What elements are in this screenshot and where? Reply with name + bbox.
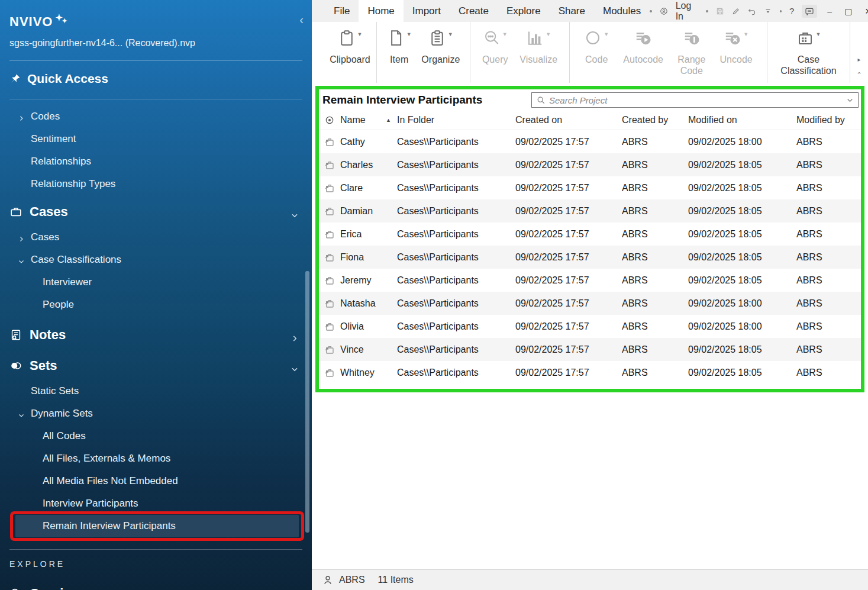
case-item-icon: [324, 160, 335, 170]
edit-icon[interactable]: [732, 7, 740, 16]
status-item-count: 11 Items: [378, 575, 414, 585]
ribbon-group: ▼ Clipboard: [324, 22, 377, 83]
tab-share[interactable]: Share: [550, 0, 594, 22]
sidebar-item-label: Sentiment: [31, 133, 76, 145]
account-icon[interactable]: [660, 7, 668, 16]
query-button[interactable]: ▼ Query: [482, 22, 508, 65]
sidebar-item-queries[interactable]: Queries: [0, 582, 312, 590]
cell-name: Clare: [340, 183, 397, 194]
table-row[interactable]: Charles Cases\\Participants 09/02/2025 1…: [319, 153, 861, 176]
sidebar-item-label: Dynamic Sets: [31, 408, 93, 420]
sidebar-item-all-media-files-not-embedded[interactable]: All Media Files Not Embedded: [0, 470, 312, 492]
column-header-modified-on[interactable]: Modified on: [688, 115, 796, 125]
cell-in-folder: Cases\\Participants: [397, 298, 515, 309]
tab-import[interactable]: Import: [404, 0, 450, 22]
sidebar-section-label: Sets: [30, 358, 57, 373]
table-row[interactable]: Damian Cases\\Participants 09/02/2025 17…: [319, 199, 861, 223]
tab-file[interactable]: File: [325, 0, 359, 22]
code-button[interactable]: ▼ Code: [584, 22, 609, 65]
sidebar-item-remain-interview-participants[interactable]: Remain Interview Participants: [15, 515, 299, 537]
sidebar-item-relationship-types[interactable]: Relationship Types: [0, 173, 312, 195]
sidebar-item-dynamic-sets[interactable]: Dynamic Sets: [0, 402, 312, 425]
ribbon-button-label: Uncode: [720, 54, 753, 65]
table-row[interactable]: Cathy Cases\\Participants 09/02/2025 17:…: [319, 130, 861, 153]
column-header-name[interactable]: Name▲: [340, 115, 397, 125]
organize-button[interactable]: ▼ Organize: [421, 22, 460, 65]
column-header-modified-by[interactable]: Modified by: [796, 115, 861, 125]
table-row[interactable]: Natasha Cases\\Participants 09/02/2025 1…: [319, 292, 861, 315]
minimize-button[interactable]: –: [825, 7, 834, 16]
table-row[interactable]: Vince Cases\\Participants 09/02/2025 17:…: [319, 338, 861, 361]
separator-dot: [780, 10, 782, 12]
sidebar-item-label: Interview Participants: [43, 498, 138, 510]
tab-create[interactable]: Create: [450, 0, 498, 22]
table-row[interactable]: Clare Cases\\Participants 09/02/2025 17:…: [319, 176, 861, 199]
chevron-down-icon: [18, 412, 25, 419]
undo-icon[interactable]: [748, 7, 756, 16]
sidebar-item-label: Relationships: [31, 156, 91, 167]
tab-modules[interactable]: Modules: [594, 0, 650, 22]
cell-created-by: ABRS: [622, 160, 688, 170]
search-input[interactable]: [546, 95, 846, 105]
table-row[interactable]: Whitney Cases\\Participants 09/02/2025 1…: [319, 361, 861, 384]
add-column-header[interactable]: [319, 115, 340, 125]
autocode-button[interactable]: Autocode: [623, 22, 663, 65]
titlebar-icons: Log In ? – ▢ ✕: [650, 0, 868, 22]
sidebar-scrollbar[interactable]: [305, 271, 309, 533]
panel-header: Remain Interview Participants: [319, 89, 861, 111]
column-header-created-by[interactable]: Created by: [622, 115, 688, 125]
feedback-button[interactable]: [802, 5, 817, 18]
column-header-in-folder[interactable]: In Folder: [397, 115, 515, 125]
sidebar-item-interview-participants[interactable]: Interview Participants: [0, 492, 312, 515]
help-icon[interactable]: ?: [789, 6, 794, 16]
sidebar-item-static-sets[interactable]: Static Sets: [0, 380, 312, 402]
table-row[interactable]: Erica Cases\\Participants 09/02/2025 17:…: [319, 223, 861, 246]
cell-created-by: ABRS: [622, 137, 688, 147]
sidebar-collapse-icon[interactable]: ‹: [299, 14, 304, 25]
quick-access-toolbar-caret-icon[interactable]: [764, 7, 772, 16]
tab-explore[interactable]: Explore: [498, 0, 550, 22]
sidebar-item-notes[interactable]: Notes: [0, 321, 312, 349]
login-button[interactable]: Log In: [676, 1, 699, 22]
cell-modified-by: ABRS: [796, 252, 861, 263]
sidebar-item-case-classifications[interactable]: Case Classifications: [0, 249, 312, 271]
table-row[interactable]: Olivia Cases\\Participants 09/02/2025 17…: [319, 315, 861, 338]
case-item-icon: [324, 275, 335, 286]
sidebar-item-people[interactable]: People: [0, 294, 312, 316]
cell-modified-on: 09/02/2025 18:00: [688, 298, 796, 309]
cell-created-by: ABRS: [622, 183, 688, 194]
sidebar-item-sets[interactable]: Sets: [0, 352, 312, 380]
item-button[interactable]: ▼ Item: [387, 22, 412, 65]
table-row[interactable]: Jeremy Cases\\Participants 09/02/2025 17…: [319, 269, 861, 292]
range-code-button[interactable]: Range Code: [677, 22, 705, 76]
list-view-panel: Remain Interview Participants Name▲In Fo…: [315, 86, 864, 392]
sidebar-item-codes[interactable]: Codes: [0, 105, 312, 128]
ribbon-collapse-icon[interactable]: ⌃: [856, 71, 861, 79]
sidebar-item-cases[interactable]: Cases: [0, 198, 312, 226]
cell-created-on: 09/02/2025 17:57: [515, 229, 622, 240]
ribbon-expand-icon[interactable]: ▸: [857, 56, 860, 63]
table-row[interactable]: Fiona Cases\\Participants 09/02/2025 17:…: [319, 246, 861, 269]
sidebar-item-cases[interactable]: Cases: [0, 226, 312, 249]
case-classification-button[interactable]: ▼ Case Classification: [780, 22, 836, 76]
column-header-created-on[interactable]: Created on: [515, 115, 622, 125]
quick-access-header[interactable]: Quick Access: [0, 61, 312, 87]
tab-home[interactable]: Home: [359, 0, 403, 22]
cell-in-folder: Cases\\Participants: [397, 183, 515, 194]
uncode-button[interactable]: ▼ Uncode: [720, 22, 753, 65]
sidebar-item-label: People: [43, 299, 74, 311]
clipboard-button[interactable]: ▼ Clipboard: [330, 22, 370, 65]
visualize-button[interactable]: ▼ Visualize: [519, 22, 557, 65]
maximize-button[interactable]: ▢: [842, 7, 854, 16]
save-icon[interactable]: [716, 7, 724, 16]
range-code-icon: [683, 29, 701, 47]
sidebar-item-all-files-externals-memos[interactable]: All Files, Externals & Memos: [0, 447, 312, 470]
sidebar-item-interviewer[interactable]: Interviewer: [0, 271, 312, 294]
sidebar-item-sentiment[interactable]: Sentiment: [0, 128, 312, 150]
cell-modified-by: ABRS: [796, 229, 861, 240]
sidebar-item-relationships[interactable]: Relationships: [0, 150, 312, 173]
close-button[interactable]: ✕: [862, 7, 868, 16]
search-scope-chevron-icon[interactable]: [846, 96, 854, 105]
cell-name: Erica: [340, 229, 397, 240]
sidebar-item-all-codes[interactable]: All Codes: [0, 425, 312, 447]
